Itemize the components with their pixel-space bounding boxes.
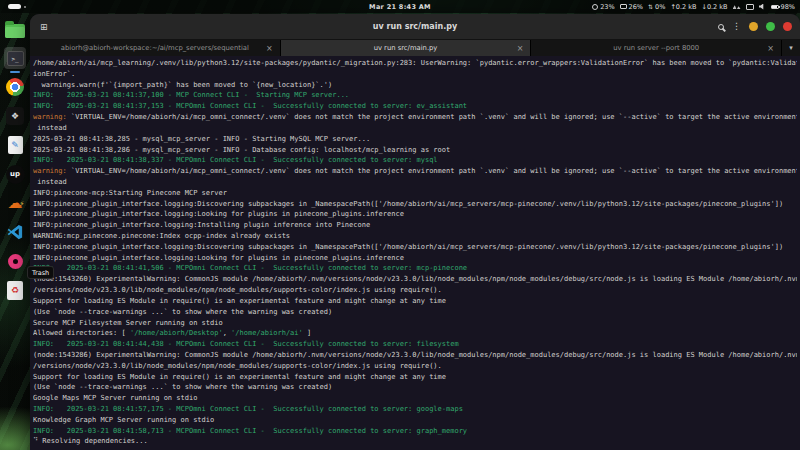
network-icon: [733, 4, 741, 9]
chrome-icon: [6, 78, 24, 96]
terminal-line: ⠙ Resolving dependencies...: [33, 436, 797, 447]
window-title: uv run src/main.py: [30, 22, 800, 31]
net-download: ↓0.2 kB: [701, 3, 727, 11]
terminal-line: Google Maps MCP Server running on stdio: [33, 393, 797, 404]
display-icon: [746, 4, 754, 10]
tab-close-icon[interactable]: ×: [767, 44, 774, 53]
terminal-icon: >_: [7, 51, 24, 66]
tab-list-dropdown[interactable]: ▾: [782, 40, 800, 56]
terminal-line: Knowledge Graph MCP Server running on st…: [33, 415, 797, 426]
terminal-line: (Use `node --trace-warnings ...` to show…: [33, 382, 797, 393]
terminal-line: Support for loading ES Module in require…: [33, 296, 797, 307]
dock-item-pink-ring-app[interactable]: [4, 250, 26, 272]
terminal-line: INFO: 2025-03-21 08:41:37,153 - MCPOmni …: [33, 101, 797, 112]
cloud-icon: ☁⚡: [8, 196, 23, 211]
net-upload: ↑0.2 kB: [670, 3, 696, 11]
files-icon: [5, 24, 25, 38]
terminal-line: ionError`.: [33, 69, 797, 80]
terminal-body[interactable]: /home/abiorh/ai/mcp_learning/.venv/lib/p…: [30, 56, 800, 447]
terminal-line: 2025-03-21 08:41:38,286 - mysql_mcp_serv…: [33, 145, 797, 156]
terminal-line: /versions/node/v23.3.0/lib/node_modules/…: [33, 361, 797, 372]
dock-item-chrome[interactable]: [4, 76, 26, 98]
running-indicator: [10, 71, 20, 73]
dock: >_ ❖ ✎ up ☁⚡ ♻: [0, 13, 30, 450]
terminal-line: INFO: 2025-03-21 08:41:57,175 - MCPOmni …: [33, 404, 797, 415]
battery-icon: [771, 5, 779, 9]
terminal-line: warnings.warn(f'`{import_path}` has been…: [33, 80, 797, 91]
tab-label: abiorh@abiorh-workspace:~/ai/mcp_servers…: [61, 44, 249, 52]
trash-tooltip: Trash: [27, 266, 54, 279]
maximize-button[interactable]: [766, 22, 775, 31]
tab-bar: abiorh@abiorh-workspace:~/ai/mcp_servers…: [30, 40, 800, 56]
search-icon[interactable]: [718, 24, 724, 30]
dock-item-terminal[interactable]: >_: [4, 47, 26, 69]
tab-label: uv run src/main.py: [374, 44, 438, 52]
terminal-line: (node:1543286) ExperimentalWarning: Comm…: [33, 350, 797, 361]
bolt-icon: ⚡: [20, 197, 25, 212]
terminal-line: (Use `node --trace-warnings ...` to show…: [33, 307, 797, 318]
terminal-line: INFO:pinecone_plugin_interface.logging:D…: [33, 242, 797, 253]
terminal-line: INFO: 2025-03-21 08:41:38,337 - MCPOmni …: [33, 155, 797, 166]
terminal-line: INFO: 2025-03-21 08:41:58,713 - MCPOmni …: [33, 426, 797, 437]
cube-app-icon: ❖: [6, 107, 24, 125]
tab-close-icon[interactable]: ×: [266, 44, 273, 53]
trash-icon: ♻: [7, 281, 23, 300]
terminal-line: INFO:pinecone_plugin_interface.logging:L…: [33, 209, 797, 220]
dock-item-document-editor[interactable]: ✎: [4, 134, 26, 156]
terminal-line: (node:1543260) ExperimentalWarning: Comm…: [33, 274, 797, 285]
terminal-line: 2025-03-21 08:41:38,285 - mysql_mcp_serv…: [33, 134, 797, 145]
upwork-icon: up: [6, 165, 25, 184]
memory-icon: [620, 4, 627, 9]
window-app-icon: ⊞: [40, 22, 48, 32]
terminal-line: INFO:pinecone_plugin_interface.logging:I…: [33, 220, 797, 231]
window-titlebar[interactable]: ⊞ uv run src/main.py ⋮: [30, 14, 800, 40]
tab-sequential[interactable]: abiorh@abiorh-workspace:~/ai/mcp_servers…: [30, 40, 281, 56]
terminal-line: INFO:pinecone-mcp:Starting Pinecone MCP …: [33, 188, 797, 199]
tab-server-8000[interactable]: uv run server --port 8000 ×: [531, 40, 782, 56]
terminal-line: INFO: 2025-03-21 08:41:37,100 - MCP Conn…: [33, 90, 797, 101]
dock-item-vscode[interactable]: [4, 221, 26, 243]
terminal-line: Allowed directories: [ '/home/abiorh/Des…: [33, 328, 797, 339]
terminal-line: /versions/node/v23.3.0/lib/node_modules/…: [33, 285, 797, 296]
terminal-line: INFO:pinecone_plugin_interface.logging:D…: [33, 199, 797, 210]
terminal-line: INFO: 2025-03-21 08:41:44,438 - MCPOmni …: [33, 339, 797, 350]
minimize-button[interactable]: [749, 22, 758, 31]
swap-usage: ⇅0%: [648, 3, 665, 11]
dock-item-cloud-app[interactable]: ☁⚡: [4, 192, 26, 214]
dock-item-trash[interactable]: ♻: [4, 279, 26, 301]
swap-icon: ⇅: [648, 3, 653, 10]
dock-item-files[interactable]: [4, 18, 26, 40]
terminal-line: instead: [33, 177, 797, 188]
battery-status: 98%: [771, 3, 795, 11]
vscode-icon: [6, 223, 24, 241]
tab-label: uv run server --port 8000: [613, 44, 699, 52]
close-button[interactable]: [783, 22, 792, 31]
terminal-line: WARNING:mcp_pinecone.pinecone:Index ocpp…: [33, 231, 797, 242]
terminal-line: INFO: 2025-03-21 08:41:41,506 - MCPOmni …: [33, 263, 797, 274]
menu-kebab-icon[interactable]: ⋮: [732, 22, 741, 31]
terminal-line: Secure MCP Filesystem Server running on …: [33, 318, 797, 329]
terminal-line: INFO:pinecone_plugin_interface.logging:L…: [33, 253, 797, 264]
terminal-line: instead: [33, 123, 797, 134]
tab-close-icon[interactable]: ×: [517, 44, 524, 53]
memory-usage: 26%: [620, 3, 643, 11]
system-tray[interactable]: 23% 26% ⇅0% ↑0.2 kB ↓0.2 kB 98%: [592, 3, 795, 11]
dock-item-dark-cube-app[interactable]: ❖: [4, 105, 26, 127]
pink-ring-icon: [8, 254, 23, 269]
dock-item-upwork[interactable]: up: [4, 163, 26, 185]
cpu-usage: 23%: [592, 3, 614, 11]
terminal-line: Support for loading ES Module in require…: [33, 372, 797, 383]
tab-main-py[interactable]: uv run src/main.py ×: [281, 40, 532, 56]
terminal-window: ⊞ uv run src/main.py ⋮ abiorh@abiorh-wor…: [30, 14, 800, 450]
document-pencil-icon: ✎: [8, 136, 23, 154]
terminal-line: /home/abiorh/ai/mcp_learning/.venv/lib/p…: [33, 58, 797, 69]
terminal-line: warning: `VIRTUAL_ENV=/home/abiorh/ai/mc…: [33, 112, 797, 123]
terminal-line: warning: `VIRTUAL_ENV=/home/abiorh/ai/mc…: [33, 166, 797, 177]
top-bar: Mar 21 8:43 AM 23% 26% ⇅0% ↑0.2 kB ↓0.2 …: [0, 0, 800, 13]
speaker-icon: [759, 4, 766, 10]
cpu-icon: [592, 4, 598, 10]
